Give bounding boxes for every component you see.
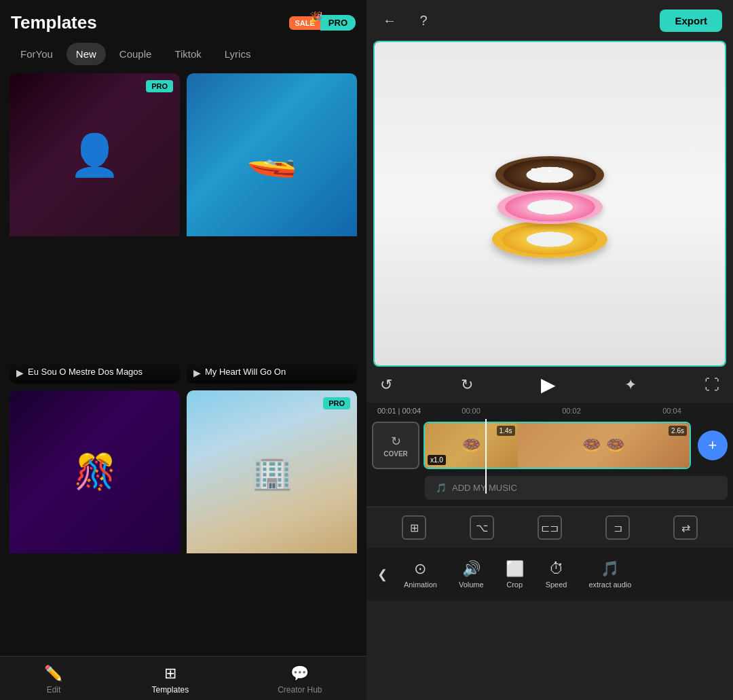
tab-tiktok[interactable]: Tiktok [165, 43, 210, 65]
template-name: My Heart Will Go On [205, 367, 286, 378]
time-marker-2: 00:02 [521, 407, 622, 415]
template-image-1: 👤 [10, 73, 180, 236]
timeline-track: ↻ COVER 🍩 1.4s x1.0 🍩 🍩 2.6s x1.0 [366, 419, 733, 472]
template-name: Eu Sou O Mestre Dos Magos [28, 367, 143, 378]
right-panel: ← ? Export ↺ ↻ ▶ ✦ ⛶ [366, 0, 733, 700]
timeline-wrapper: ↻ COVER 🍩 1.4s x1.0 🍩 🍩 2.6s x1.0 [366, 419, 733, 500]
tab-new[interactable]: New [67, 43, 106, 65]
pro-badge-header[interactable]: PRO [320, 15, 356, 31]
clip1-duration: 1.4s [497, 426, 515, 436]
video-icon: ▶ [193, 367, 201, 378]
template-card[interactable]: 🚤 ▶ My Heart Will Go On [187, 73, 357, 384]
timeline-controls: ↺ ↻ ▶ ✦ ⛶ [366, 367, 733, 403]
template-image-4: 🏢 [187, 390, 357, 553]
music-label: ADD MY MUSIC [452, 483, 517, 493]
tool-animation[interactable]: ⊙ Animation [393, 556, 448, 593]
trim-tool-audio[interactable]: ⊏⊐ [538, 515, 562, 540]
template-card[interactable]: 👤 PRO ▶ Eu Sou O Mestre Dos Magos [10, 73, 180, 384]
right-topbar: ← ? Export [366, 0, 733, 41]
nav-label-creator: Creator Hub [278, 685, 322, 695]
tab-foryou[interactable]: ForYou [11, 43, 62, 65]
bottom-nav: ✏️ Edit ⊞ Templates 💬 Creator Hub [0, 656, 366, 700]
time-marker-4: 00:04 [622, 407, 722, 415]
pro-badge-card: PRO [146, 80, 173, 92]
clip2-speed: x1.0 [428, 455, 446, 465]
sale-tag: SALE 🎉 [289, 16, 320, 30]
video-preview [373, 41, 726, 367]
extract-audio-icon: 🎵 [601, 560, 619, 578]
tool-crop[interactable]: ⬜ Crop [495, 556, 535, 593]
refresh-icon: ↻ [391, 434, 401, 449]
tabs-row: ForYou New Couple Tiktok Lyrics [0, 40, 366, 73]
bottom-tools: ❮ ⊙ Animation 🔊 Volume ⬜ Crop ⏱ Speed 🎵 … [366, 548, 733, 601]
trim-end-icon: ⊐ [605, 515, 630, 540]
export-button[interactable]: Export [660, 10, 722, 32]
play-button[interactable]: ▶ [541, 373, 556, 396]
tool-extract-audio[interactable]: 🎵 extract audio [578, 556, 642, 593]
crop-icon: ⬜ [506, 560, 524, 578]
tool-speed[interactable]: ⏱ Speed [535, 556, 578, 593]
timeline-area: 00:01 | 00:04 00:00 00:02 00:04 ↻ COVER … [366, 403, 733, 506]
redo-button[interactable]: ↻ [461, 376, 473, 394]
template-image-3: 🎊 [10, 390, 180, 553]
template-image-2: 🚤 [187, 73, 357, 236]
sale-badge: SALE 🎉 PRO [289, 15, 356, 31]
page-title: Templates [11, 12, 97, 33]
fullscreen-button[interactable]: ⛶ [704, 376, 719, 394]
magic-button[interactable]: ✦ [624, 376, 637, 394]
add-text-icon: ⊞ [402, 515, 426, 540]
music-track[interactable]: 🎵 ADD MY MUSIC [425, 476, 728, 500]
current-time: 00:01 | 00:04 [377, 407, 421, 415]
tool-volume-label: Volume [459, 581, 484, 589]
help-button[interactable]: ? [411, 8, 436, 33]
speed-icon: ⏱ [549, 560, 564, 578]
template-info: ▶ Eu Sou O Mestre Dos Magos [10, 361, 180, 384]
trim-tools: ⊞ ⌥ ⊏⊐ ⊐ ⇄ [366, 506, 733, 548]
video-clip-2[interactable]: 🍩 🍩 2.6s x1.0 [518, 423, 690, 468]
tool-volume[interactable]: 🔊 Volume [448, 556, 495, 593]
nav-label-templates: Templates [151, 685, 189, 695]
topbar-left: ← ? [377, 8, 436, 33]
time-marker-0: 00:00 [421, 407, 521, 415]
trim-tool-trim-end[interactable]: ⊐ [605, 515, 630, 540]
tool-speed-label: Speed [546, 581, 567, 589]
tool-crop-label: Crop [506, 581, 523, 589]
tool-extract-audio-label: extract audio [588, 581, 631, 589]
left-header: Templates SALE 🎉 PRO [0, 0, 366, 40]
templates-icon: ⊞ [164, 665, 176, 682]
trim-tool-split[interactable]: ⌥ [470, 515, 494, 540]
template-card[interactable]: 🏢 PRO [187, 390, 357, 701]
nav-item-templates[interactable]: ⊞ Templates [151, 665, 189, 695]
cover-clip[interactable]: ↻ COVER [372, 422, 419, 469]
tools-back-button[interactable]: ❮ [372, 561, 393, 587]
nav-label-edit: Edit [47, 685, 61, 695]
trim-tool-add[interactable]: ⊞ [402, 515, 426, 540]
nav-item-edit[interactable]: ✏️ Edit [44, 665, 62, 695]
template-card[interactable]: 🎊 [10, 390, 180, 701]
left-panel: Templates SALE 🎉 PRO ForYou New Couple T… [0, 0, 366, 700]
replace-icon: ⇄ [673, 515, 698, 540]
video-clips[interactable]: 🍩 1.4s x1.0 🍩 🍩 2.6s x1.0 [424, 422, 691, 469]
nav-item-creator[interactable]: 💬 Creator Hub [278, 665, 322, 695]
trim-tool-replace[interactable]: ⇄ [673, 515, 698, 540]
playhead [485, 419, 487, 494]
volume-icon: 🔊 [462, 560, 481, 578]
pro-badge-card: PRO [323, 397, 350, 409]
tab-lyrics[interactable]: Lyrics [215, 43, 261, 65]
edit-icon: ✏️ [44, 665, 62, 682]
time-ruler: 00:01 | 00:04 00:00 00:02 00:04 [366, 403, 733, 419]
template-info: ▶ My Heart Will Go On [187, 361, 357, 384]
undo-button[interactable]: ↺ [380, 376, 392, 394]
video-icon: ▶ [16, 367, 24, 378]
tool-animation-label: Animation [404, 581, 437, 589]
music-note-icon: 🎵 [436, 483, 447, 493]
clip2-duration: 2.6s [669, 426, 687, 436]
creator-icon: 💬 [290, 665, 309, 682]
tab-couple[interactable]: Couple [110, 43, 162, 65]
back-button[interactable]: ← [377, 8, 402, 33]
split-icon: ⌥ [470, 515, 494, 540]
templates-grid: 👤 PRO ▶ Eu Sou O Mestre Dos Magos 🚤 ▶ My… [0, 73, 366, 700]
add-clip-button[interactable]: + [698, 430, 728, 460]
cover-label: COVER [383, 450, 408, 458]
animation-icon: ⊙ [414, 560, 426, 578]
